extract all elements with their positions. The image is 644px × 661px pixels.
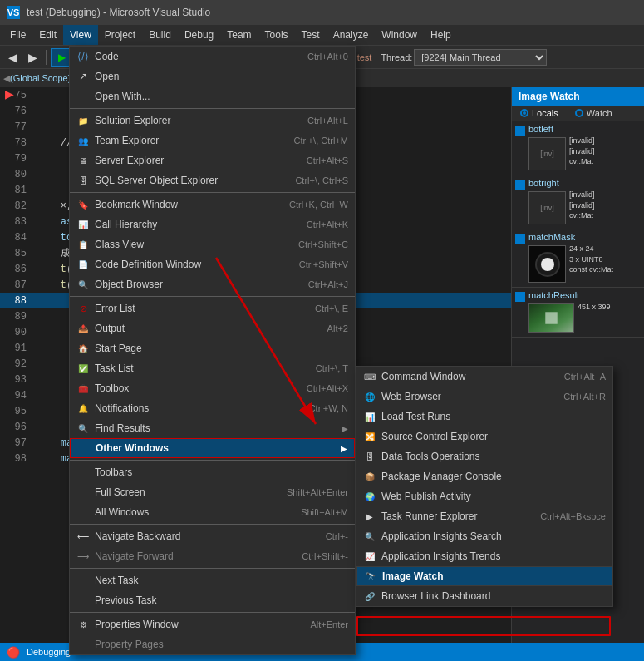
menu-item-property-pages: Property Pages [70,634,355,654]
menu-item-bookmark[interactable]: 🔖 Bookmark Window Ctrl+K, Ctrl+W [70,195,355,215]
matchresult-info: 451 x 399 [578,302,611,334]
menu-item-command-window[interactable]: ⌨ Command Window Ctrl+Alt+A [356,367,612,387]
web-browser-icon: 🌐 [363,390,376,403]
menu-item-toolbox[interactable]: 🧰 Toolbox Ctrl+Alt+X [70,378,355,398]
watch-item-botleft: botleft [inv] [invalid][invalid]cv::Mat [512,121,644,175]
menu-item-load-test-runs[interactable]: 📊 Load Test Runs [356,407,612,427]
menu-item-data-tools[interactable]: 🗄 Data Tools Operations [356,446,612,466]
menu-item-start-page[interactable]: 🏠 Start Page [70,338,355,358]
menu-item-server-explorer[interactable]: 🖥 Server Explorer Ctrl+Alt+S [70,150,355,170]
menu-item-source-control[interactable]: 🔀 Source Control Explorer [356,427,612,446]
matchresult-thumbnail [528,303,574,333]
menu-item-properties[interactable]: ⚙ Properties Window Alt+Enter [70,614,355,634]
menu-item-prev-task[interactable]: Previous Task [70,590,355,610]
watch-item-botright: botright [inv] [invalid][invalid]cv::Mat [512,175,644,229]
menu-debug[interactable]: Debug [178,25,220,45]
full-screen-icon [76,486,90,499]
output-icon: 📤 [76,322,90,335]
matchresult-content: matchResult [528,290,641,334]
call-hierarchy-icon: 📊 [76,218,90,231]
menu-project[interactable]: Project [98,25,142,45]
menu-file[interactable]: File [3,25,32,45]
menu-view[interactable]: View [63,25,98,45]
watch-tab[interactable]: Watch [567,106,621,121]
menu-item-open[interactable]: ↗ Open [70,67,355,86]
menu-team[interactable]: Team [220,25,258,45]
title-text: test (Debugging) - Microsoft Visual Stud… [27,7,210,18]
menu-item-object-browser[interactable]: 🔍 Object Browser Ctrl+Alt+J [70,274,355,294]
menu-item-code-def[interactable]: 📄 Code Definition Window Ctrl+Shift+V [70,254,355,274]
menu-item-code[interactable]: ⟨/⟩ Code Ctrl+Alt+0 [70,47,355,67]
sql-icon: 🗄 [76,174,90,187]
menu-item-ai-trends[interactable]: 📈 Application Insights Trends [356,546,612,566]
menu-item-web-browser[interactable]: 🌐 Web Browser Ctrl+Alt+R [356,387,612,407]
menu-item-ai-search[interactable]: 🔍 Application Insights Search [356,526,612,546]
menu-window[interactable]: Window [375,25,424,45]
menu-test[interactable]: Test [295,25,327,45]
nav-back-icon: ⟵ [76,530,90,543]
menu-build[interactable]: Build [142,25,178,45]
menu-item-all-windows[interactable]: All Windows Shift+Alt+M [70,502,355,522]
forward-btn[interactable]: ▶ [23,48,42,67]
matchresult-checkbox[interactable] [515,292,525,302]
menu-edit[interactable]: Edit [32,25,63,45]
solution-icon: 📁 [76,114,90,127]
sep-4 [70,460,355,461]
matchmask-checkbox[interactable] [515,234,525,244]
back-btn[interactable]: ◀ [3,48,22,67]
menu-item-class-view[interactable]: 📋 Class View Ctrl+Shift+C [70,234,355,254]
thread-select[interactable]: [9224] Main Thread [414,49,547,66]
botleft-checkbox[interactable] [515,126,525,136]
menu-item-next-task[interactable]: Next Task [70,570,355,590]
menu-item-task-list[interactable]: ✅ Task List Ctrl+\, T [70,358,355,378]
menu-help[interactable]: Help [424,25,458,45]
menu-item-team-explorer[interactable]: 👥 Team Explorer Ctrl+\, Ctrl+M [70,131,355,150]
watch-item-matchresult: matchResult [512,288,644,338]
status-icon: 🔴 [7,646,20,659]
prev-task-icon [76,594,90,607]
sep-2 [70,192,355,193]
menu-item-error-list[interactable]: ⊘ Error List Ctrl+\, E [70,298,355,318]
image-watch-icon: 🔭 [364,570,377,583]
menu-item-call-hierarchy[interactable]: 📊 Call Hierarchy Ctrl+Alt+K [70,215,355,234]
code-def-icon: 📄 [76,258,90,271]
menu-item-solution-explorer[interactable]: 📁 Solution Explorer Ctrl+Alt+L [70,111,355,131]
ai-search-icon: 🔍 [363,530,376,543]
locals-tab[interactable]: Locals [512,106,567,121]
matchmask-info: 24 x 243 x UINT8const cv::Mat [569,244,613,284]
menu-item-open-with[interactable]: Open With... [70,86,355,106]
menu-bar: File Edit View Project Build Debug Team … [0,25,644,46]
menu-item-web-publish[interactable]: 🌍 Web Publish Activity [356,486,612,506]
menu-item-toolbars[interactable]: Toolbars [70,462,355,482]
server-icon: 🖥 [76,154,90,167]
menu-item-image-watch[interactable]: 🔭 Image Watch [356,566,612,586]
menu-item-output[interactable]: 📤 Output Alt+2 [70,318,355,338]
menu-analyze[interactable]: Analyze [327,25,376,45]
botleft-thumbnail: [inv] [528,137,566,170]
package-manager-icon: 📦 [363,470,376,483]
menu-item-other-windows[interactable]: Other Windows ▶ [70,438,355,458]
botright-checkbox[interactable] [515,180,525,190]
menu-item-task-runner[interactable]: ▶ Task Runner Explorer Ctrl+Alt+Bkspce [356,506,612,526]
menu-item-full-screen[interactable]: Full Screen Shift+Alt+Enter [70,482,355,502]
menu-item-sql[interactable]: 🗄 SQL Server Object Explorer Ctrl+\, Ctr… [70,170,355,190]
find-results-icon: 🔍 [76,422,90,435]
menu-item-notifications[interactable]: 🔔 Notifications Ctrl+W, N [70,398,355,418]
menu-item-nav-back[interactable]: ⟵ Navigate Backward Ctrl+- [70,526,355,546]
notifications-icon: 🔔 [76,402,90,415]
sep-5 [70,524,355,525]
title-bar: VS test (Debugging) - Microsoft Visual S… [0,0,644,25]
scope-arrow: ◀ [3,73,10,84]
source-control-icon: 🔀 [363,430,376,443]
menu-item-package-manager[interactable]: 📦 Package Manager Console [356,466,612,486]
property-pages-icon [76,638,90,651]
menu-tools[interactable]: Tools [258,25,295,45]
other-windows-icon [77,441,91,455]
toolbars-icon [76,466,90,479]
nav-fwd-icon: ⟶ [76,550,90,563]
image-watch-header: Image Watch [512,87,644,106]
status-text: Debugging [27,647,71,657]
menu-item-browser-link[interactable]: 🔗 Browser Link Dashboard [356,586,612,606]
menu-item-find-results[interactable]: 🔍 Find Results ▶ [70,418,355,438]
task-list-icon: ✅ [76,362,90,375]
